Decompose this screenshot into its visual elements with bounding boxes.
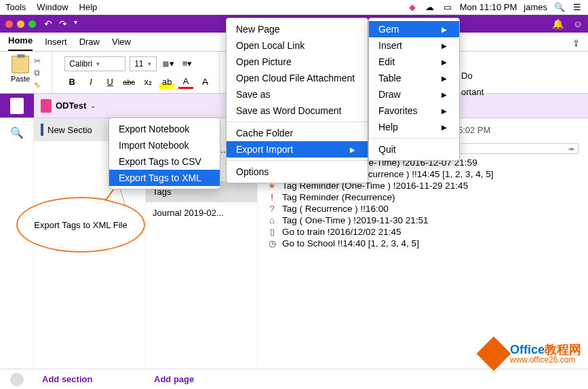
menu-item[interactable]: New Page <box>227 21 368 37</box>
tag-icon: ⌂ <box>267 216 277 225</box>
highlight-button[interactable]: ab <box>159 75 174 89</box>
tag-line[interactable]: ◷Go to School !!14:40 [1, 2, 3, 4, 5] <box>267 238 579 249</box>
close-icon[interactable] <box>5 20 13 28</box>
menu-item-export-import[interactable]: Export Import▶ <box>227 141 368 158</box>
chevron-down-icon[interactable]: ▾ <box>74 18 77 29</box>
italic-button[interactable]: I <box>83 75 98 89</box>
menu-item[interactable]: Import Notebook <box>109 137 220 153</box>
menu-item-export-tags-xml[interactable]: Export Tags to XML <box>109 170 220 186</box>
office-logo-icon <box>477 337 511 371</box>
tab-view[interactable]: View <box>112 37 131 51</box>
minimize-icon[interactable] <box>17 20 24 28</box>
page-time: 5:02 PM <box>458 125 490 135</box>
cut-icon[interactable] <box>34 56 46 65</box>
tag-text: Tag ( One-Time ) !2019-11-30 21:51 <box>282 215 429 225</box>
font-select[interactable]: Calibri▾ <box>64 56 125 71</box>
username[interactable]: james <box>524 2 547 12</box>
paste-label: Paste <box>11 75 30 83</box>
smile-icon[interactable]: ☺ <box>573 18 583 29</box>
displays-icon[interactable]: ▭ <box>442 2 453 13</box>
zoom-icon[interactable] <box>28 20 36 28</box>
subscript-button[interactable]: x₂ <box>140 75 155 89</box>
menu-item[interactable]: Open Local Link <box>227 37 368 54</box>
share-icon[interactable]: ⇪ <box>572 38 580 51</box>
tab-draw[interactable]: Draw <box>79 37 100 51</box>
strike-button[interactable]: abc <box>121 75 136 89</box>
gem-icon[interactable]: ◆ <box>407 2 418 13</box>
clear-format-button[interactable]: A̶ <box>197 75 212 89</box>
menu-item[interactable]: Insert▶ <box>369 37 459 54</box>
callout: Export Tags to XML File <box>16 197 145 253</box>
traffic-lights[interactable] <box>5 20 36 28</box>
menu-item[interactable]: Draw▶ <box>369 86 459 103</box>
add-page-button[interactable]: Add page <box>146 374 194 384</box>
menu-item[interactable]: Help▶ <box>369 119 459 135</box>
tag-text: Go to train !2016/12/02 21:45 <box>282 227 401 237</box>
bullets-icon[interactable]: ≣▾ <box>161 57 176 71</box>
context-menu: New Page Open Local Link Open Picture Op… <box>226 18 368 183</box>
menu-item[interactable]: Save as <box>227 86 368 103</box>
page-item[interactable]: Journal 2019-02... <box>146 202 257 223</box>
paste-icon[interactable] <box>12 56 29 73</box>
menu-item[interactable]: Favorites▶ <box>369 103 459 119</box>
tag-text: Tag Reminder (Recurrence) <box>282 192 395 202</box>
avatar[interactable] <box>10 373 24 386</box>
font-group: Calibri▾ 11▾ ≣▾ ≡▾ B I U abc x₂ ab A A̶ <box>58 52 220 93</box>
search-icon[interactable]: 🔍 <box>10 126 24 139</box>
menu-item[interactable]: Cache Folder <box>227 125 368 141</box>
gem-menu: Gem▶ Insert▶ Edit▶ Table▶ Draw▶ Favorite… <box>368 18 460 161</box>
menu-item[interactable]: Open Cloud File Attachment <box>227 70 368 86</box>
notebook-selector[interactable]: ODTest ⌄ <box>34 99 102 113</box>
menu-item[interactable]: Edit▶ <box>369 54 459 70</box>
menu-item-gem[interactable]: Gem▶ <box>369 21 459 37</box>
tag-line[interactable]: ?Tag ( Recurrence ) !!16:00 <box>267 203 579 215</box>
bell-icon[interactable]: 🔔 <box>552 18 564 29</box>
menu-item[interactable]: Quit <box>369 141 459 158</box>
format-painter-icon[interactable] <box>34 80 46 90</box>
bottom-bar: Add section Add page <box>0 369 588 389</box>
watermark: Office教程网 www.office26.com <box>482 341 581 366</box>
menu-tools[interactable]: Tools <box>5 2 26 12</box>
tag-icon: ▯ <box>267 227 277 237</box>
mac-menubar: Tools Window Help ◆ ☁ ▭ Mon 11:10 PM jam… <box>0 0 588 15</box>
bold-button[interactable]: B <box>64 75 79 89</box>
menu-item[interactable]: Export Tags to CSV <box>109 153 220 170</box>
menu-item[interactable]: Open Picture <box>227 54 368 70</box>
export-import-submenu: Export Notebook Import Notebook Export T… <box>109 117 220 189</box>
menu-help[interactable]: Help <box>79 2 98 12</box>
text-fragment: Do <box>461 71 473 81</box>
text-fragment: ortant <box>461 87 484 97</box>
copy-icon[interactable]: ⧉ <box>34 68 46 77</box>
tag-icon: ? <box>267 204 277 214</box>
tag-line[interactable]: ⌂Tag ( One-Time ) !2019-11-30 21:51 <box>267 215 579 226</box>
notebook-icon <box>41 99 52 113</box>
menu-item[interactable]: Options <box>227 164 368 180</box>
clipboard-group: Paste ⧉ <box>5 52 52 93</box>
tag-line[interactable]: !Tag Reminder (Recurrence) <box>267 191 579 203</box>
add-section-button[interactable]: Add section <box>34 374 146 384</box>
font-color-button[interactable]: A <box>178 75 193 89</box>
clock: Mon 11:10 PM <box>460 2 517 12</box>
tag-text: Tag ( Recurrence ) !!16:00 <box>282 204 389 214</box>
tab-home[interactable]: Home <box>8 35 33 51</box>
tab-insert[interactable]: Insert <box>45 37 67 51</box>
menu-item[interactable]: Save as Word Document <box>227 103 368 119</box>
undo-icon[interactable]: ↶ <box>44 18 52 29</box>
cloud-icon[interactable]: ☁ <box>425 2 435 13</box>
menu-item[interactable]: Export Notebook <box>109 121 220 137</box>
menu-item[interactable]: Table▶ <box>369 70 459 86</box>
size-select[interactable]: 11▾ <box>130 56 157 71</box>
menu-window[interactable]: Window <box>37 2 68 12</box>
search-icon[interactable]: 🔍 <box>554 2 565 13</box>
list-icon[interactable]: ☰ <box>572 2 583 13</box>
section-color-icon <box>41 124 43 136</box>
redo-icon[interactable]: ↷ <box>59 18 67 29</box>
numbering-icon[interactable]: ≡▾ <box>180 57 195 71</box>
tag-line[interactable]: ▯Go to train !2016/12/02 21:45 <box>267 226 579 238</box>
tag-icon: ◷ <box>267 239 277 248</box>
tag-icon: ! <box>267 193 277 202</box>
underline-button[interactable]: U <box>102 75 117 89</box>
notebook-panel-icon[interactable] <box>0 94 34 117</box>
tag-text: Go to School !!14:40 [1, 2, 3, 4, 5] <box>282 238 419 248</box>
